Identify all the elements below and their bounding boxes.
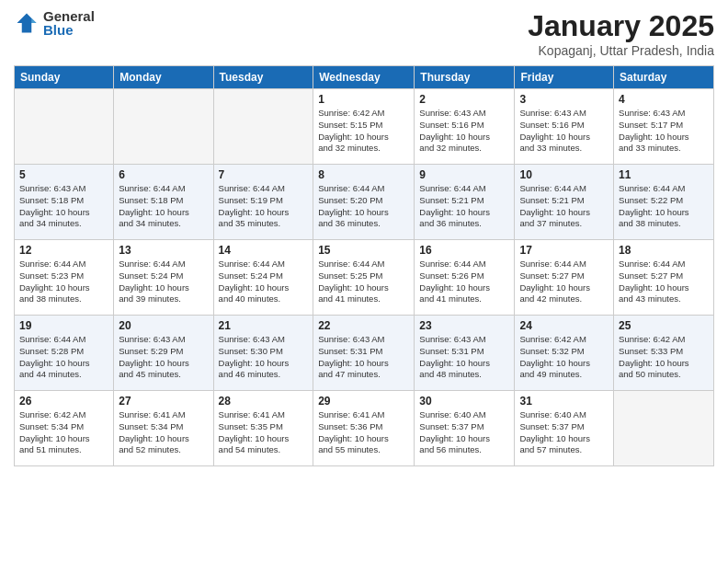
- calendar-cell: 2Sunrise: 6:43 AM Sunset: 5:16 PM Daylig…: [415, 89, 515, 165]
- day-number: 16: [419, 244, 509, 257]
- calendar-header-row: SundayMondayTuesdayWednesdayThursdayFrid…: [15, 66, 714, 89]
- calendar-cell: 11Sunrise: 6:44 AM Sunset: 5:22 PM Dayli…: [614, 165, 714, 240]
- day-number: 7: [219, 168, 309, 181]
- day-number: 10: [519, 168, 609, 181]
- day-info: Sunrise: 6:41 AM Sunset: 5:36 PM Dayligh…: [318, 409, 409, 456]
- day-number: 1: [318, 93, 409, 106]
- calendar-cell: 23Sunrise: 6:43 AM Sunset: 5:31 PM Dayli…: [415, 316, 515, 391]
- calendar-cell: [213, 89, 313, 165]
- calendar-cell: 27Sunrise: 6:41 AM Sunset: 5:34 PM Dayli…: [114, 391, 213, 466]
- day-info: Sunrise: 6:43 AM Sunset: 5:31 PM Dayligh…: [419, 334, 509, 381]
- calendar-cell: 16Sunrise: 6:44 AM Sunset: 5:26 PM Dayli…: [415, 240, 515, 316]
- day-info: Sunrise: 6:44 AM Sunset: 5:22 PM Dayligh…: [619, 183, 709, 230]
- day-info: Sunrise: 6:43 AM Sunset: 5:16 PM Dayligh…: [419, 108, 509, 155]
- logo-general-label: General: [43, 9, 95, 23]
- day-number: 8: [318, 168, 409, 181]
- day-info: Sunrise: 6:40 AM Sunset: 5:37 PM Dayligh…: [519, 409, 609, 456]
- page: General Blue January 2025 Kopaganj, Utta…: [0, 0, 728, 563]
- day-number: 19: [19, 319, 108, 332]
- day-info: Sunrise: 6:44 AM Sunset: 5:28 PM Dayligh…: [19, 334, 108, 381]
- calendar-cell: 9Sunrise: 6:44 AM Sunset: 5:21 PM Daylig…: [415, 165, 515, 240]
- day-info: Sunrise: 6:44 AM Sunset: 5:21 PM Dayligh…: [419, 183, 509, 230]
- day-info: Sunrise: 6:44 AM Sunset: 5:20 PM Dayligh…: [318, 183, 409, 230]
- day-info: Sunrise: 6:41 AM Sunset: 5:34 PM Dayligh…: [119, 409, 208, 456]
- day-number: 18: [619, 244, 709, 257]
- day-info: Sunrise: 6:43 AM Sunset: 5:17 PM Dayligh…: [619, 108, 709, 155]
- day-number: 22: [318, 319, 409, 332]
- calendar-cell: 21Sunrise: 6:43 AM Sunset: 5:30 PM Dayli…: [213, 316, 313, 391]
- day-info: Sunrise: 6:44 AM Sunset: 5:23 PM Dayligh…: [19, 259, 108, 305]
- day-info: Sunrise: 6:40 AM Sunset: 5:37 PM Dayligh…: [419, 409, 509, 456]
- logo-text: General Blue: [43, 9, 95, 37]
- day-info: Sunrise: 6:44 AM Sunset: 5:25 PM Dayligh…: [318, 259, 409, 305]
- title-location: Kopaganj, Uttar Pradesh, India: [528, 43, 714, 58]
- calendar-cell: 22Sunrise: 6:43 AM Sunset: 5:31 PM Dayli…: [313, 316, 415, 391]
- calendar-cell: [15, 89, 114, 165]
- day-number: 25: [619, 319, 709, 332]
- calendar-cell: 8Sunrise: 6:44 AM Sunset: 5:20 PM Daylig…: [313, 165, 415, 240]
- calendar-cell: 3Sunrise: 6:43 AM Sunset: 5:16 PM Daylig…: [515, 89, 614, 165]
- day-number: 4: [619, 93, 709, 106]
- weekday-header-thursday: Thursday: [415, 66, 515, 89]
- day-info: Sunrise: 6:42 AM Sunset: 5:15 PM Dayligh…: [318, 108, 409, 155]
- weekday-header-sunday: Sunday: [15, 66, 114, 89]
- day-number: 3: [519, 93, 609, 106]
- title-month: January 2025: [528, 9, 714, 43]
- day-info: Sunrise: 6:44 AM Sunset: 5:18 PM Dayligh…: [119, 183, 208, 230]
- day-number: 27: [119, 395, 208, 408]
- weekday-header-saturday: Saturday: [614, 66, 714, 89]
- weekday-header-wednesday: Wednesday: [313, 66, 415, 89]
- calendar-cell: 26Sunrise: 6:42 AM Sunset: 5:34 PM Dayli…: [15, 391, 114, 466]
- day-info: Sunrise: 6:43 AM Sunset: 5:16 PM Dayligh…: [519, 108, 609, 155]
- calendar-cell: 15Sunrise: 6:44 AM Sunset: 5:25 PM Dayli…: [313, 240, 415, 316]
- day-number: 23: [419, 319, 509, 332]
- calendar-cell: 5Sunrise: 6:43 AM Sunset: 5:18 PM Daylig…: [15, 165, 114, 240]
- title-block: January 2025 Kopaganj, Uttar Pradesh, In…: [528, 9, 714, 58]
- day-info: Sunrise: 6:42 AM Sunset: 5:33 PM Dayligh…: [619, 334, 709, 381]
- day-info: Sunrise: 6:44 AM Sunset: 5:27 PM Dayligh…: [619, 259, 709, 305]
- calendar-cell: [614, 391, 714, 466]
- day-info: Sunrise: 6:44 AM Sunset: 5:19 PM Dayligh…: [219, 183, 309, 230]
- calendar-week-row: 19Sunrise: 6:44 AM Sunset: 5:28 PM Dayli…: [15, 316, 714, 391]
- day-number: 26: [19, 395, 108, 408]
- calendar-table: SundayMondayTuesdayWednesdayThursdayFrid…: [14, 65, 714, 466]
- calendar-cell: 13Sunrise: 6:44 AM Sunset: 5:24 PM Dayli…: [114, 240, 213, 316]
- logo-icon: [14, 10, 40, 36]
- calendar-week-row: 1Sunrise: 6:42 AM Sunset: 5:15 PM Daylig…: [15, 89, 714, 165]
- day-info: Sunrise: 6:44 AM Sunset: 5:21 PM Dayligh…: [519, 183, 609, 230]
- day-number: 12: [19, 244, 108, 257]
- day-number: 17: [519, 244, 609, 257]
- day-number: 31: [519, 395, 609, 408]
- day-number: 11: [619, 168, 709, 181]
- day-number: 29: [318, 395, 409, 408]
- calendar-cell: 1Sunrise: 6:42 AM Sunset: 5:15 PM Daylig…: [313, 89, 415, 165]
- day-info: Sunrise: 6:44 AM Sunset: 5:24 PM Dayligh…: [219, 259, 309, 305]
- day-info: Sunrise: 6:44 AM Sunset: 5:27 PM Dayligh…: [519, 259, 609, 305]
- calendar-cell: 19Sunrise: 6:44 AM Sunset: 5:28 PM Dayli…: [15, 316, 114, 391]
- day-info: Sunrise: 6:44 AM Sunset: 5:26 PM Dayligh…: [419, 259, 509, 305]
- day-number: 2: [419, 93, 509, 106]
- logo-blue-label: Blue: [43, 23, 95, 37]
- day-info: Sunrise: 6:43 AM Sunset: 5:18 PM Dayligh…: [19, 183, 108, 230]
- calendar-cell: 14Sunrise: 6:44 AM Sunset: 5:24 PM Dayli…: [213, 240, 313, 316]
- day-info: Sunrise: 6:42 AM Sunset: 5:32 PM Dayligh…: [519, 334, 609, 381]
- day-info: Sunrise: 6:41 AM Sunset: 5:35 PM Dayligh…: [219, 409, 309, 456]
- weekday-header-tuesday: Tuesday: [213, 66, 313, 89]
- day-number: 20: [119, 319, 208, 332]
- day-number: 15: [318, 244, 409, 257]
- calendar-cell: 30Sunrise: 6:40 AM Sunset: 5:37 PM Dayli…: [415, 391, 515, 466]
- day-info: Sunrise: 6:43 AM Sunset: 5:30 PM Dayligh…: [219, 334, 309, 381]
- weekday-header-friday: Friday: [515, 66, 614, 89]
- calendar-cell: 7Sunrise: 6:44 AM Sunset: 5:19 PM Daylig…: [213, 165, 313, 240]
- header: General Blue January 2025 Kopaganj, Utta…: [14, 9, 714, 58]
- calendar-week-row: 26Sunrise: 6:42 AM Sunset: 5:34 PM Dayli…: [15, 391, 714, 466]
- calendar-week-row: 5Sunrise: 6:43 AM Sunset: 5:18 PM Daylig…: [15, 165, 714, 240]
- calendar-cell: 25Sunrise: 6:42 AM Sunset: 5:33 PM Dayli…: [614, 316, 714, 391]
- calendar-cell: 6Sunrise: 6:44 AM Sunset: 5:18 PM Daylig…: [114, 165, 213, 240]
- calendar-cell: 4Sunrise: 6:43 AM Sunset: 5:17 PM Daylig…: [614, 89, 714, 165]
- day-number: 6: [119, 168, 208, 181]
- logo: General Blue: [14, 9, 95, 37]
- weekday-header-monday: Monday: [114, 66, 213, 89]
- day-number: 28: [219, 395, 309, 408]
- calendar-cell: 17Sunrise: 6:44 AM Sunset: 5:27 PM Dayli…: [515, 240, 614, 316]
